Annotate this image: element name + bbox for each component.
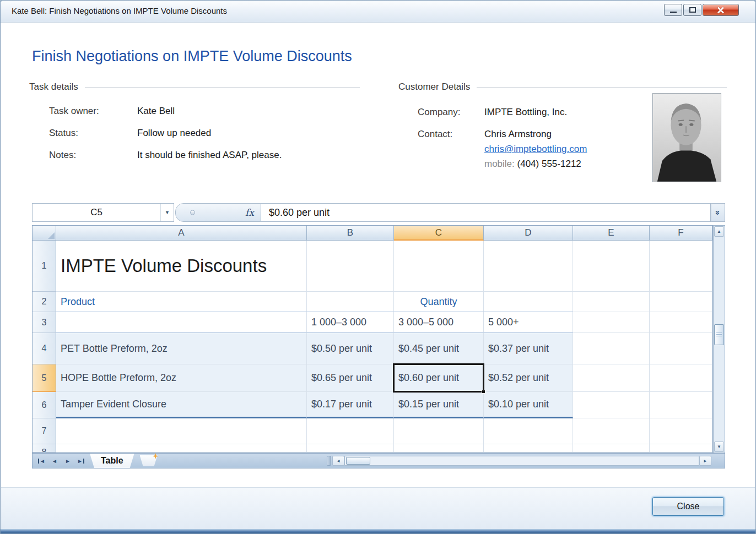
grid-cell[interactable] — [650, 444, 712, 453]
grid-cell[interactable] — [484, 241, 573, 292]
grid-cell[interactable] — [650, 364, 712, 392]
grid-cell[interactable] — [484, 418, 573, 444]
minimize-button[interactable] — [664, 4, 682, 16]
grid-cell[interactable] — [307, 418, 394, 444]
cell-a6-product[interactable]: Tamper Evident Closure — [56, 392, 307, 418]
grid-cell[interactable] — [573, 333, 650, 364]
column-header-c[interactable]: C — [394, 226, 484, 241]
cell-b6-price[interactable]: $0.17 per unit — [307, 392, 394, 418]
row-header-5[interactable]: 5 — [33, 364, 56, 392]
row-header-6[interactable]: 6 — [33, 392, 56, 418]
grid-cell[interactable] — [484, 444, 573, 453]
cell-b4-price[interactable]: $0.50 per unit — [307, 333, 394, 364]
grid-cell[interactable] — [394, 418, 484, 444]
cell-d5-price[interactable]: $0.52 per unit — [484, 364, 573, 392]
row-header-2[interactable]: 2 — [33, 292, 56, 312]
row-header-8[interactable]: 8 — [33, 444, 56, 453]
grid-cell[interactable] — [650, 333, 712, 364]
maximize-button[interactable] — [683, 4, 701, 16]
horizontal-scrollbar[interactable]: ◄ ► — [327, 455, 711, 466]
column-header-d[interactable]: D — [484, 226, 573, 241]
customer-details-section: Customer Details — [398, 81, 727, 92]
name-box-dropdown[interactable]: ▼ — [160, 204, 174, 221]
close-window-button[interactable] — [703, 4, 739, 16]
column-header-b[interactable]: B — [307, 226, 394, 241]
minimize-icon — [670, 12, 677, 13]
cell-c2-quantity-header[interactable]: Quantity — [394, 292, 484, 312]
row-header-3[interactable]: 3 — [33, 312, 56, 333]
cell-a2-product-header[interactable]: Product — [56, 292, 307, 312]
cell-a5-product[interactable]: HOPE Bottle Preform, 2oz — [56, 364, 307, 392]
grid-cell[interactable] — [650, 392, 712, 418]
cell-c4-price[interactable]: $0.45 per unit — [394, 333, 484, 364]
scroll-down-button[interactable]: ▼ — [714, 442, 724, 452]
previous-sheet-button[interactable]: ◄ — [48, 456, 61, 466]
window-title: Kate Bell: Finish Negotiations on IMPTE … — [12, 1, 227, 21]
grid-cell[interactable] — [573, 312, 650, 333]
grid-cell[interactable] — [573, 444, 650, 453]
horizontal-scroll-thumb[interactable] — [346, 457, 370, 465]
cell-d4-price[interactable]: $0.37 per unit — [484, 333, 573, 364]
row-header-7[interactable]: 7 — [33, 418, 56, 444]
formula-input[interactable]: $0.60 per unit — [261, 203, 711, 222]
scroll-left-button[interactable]: ◄ — [332, 456, 344, 466]
grid-cell[interactable] — [573, 292, 650, 312]
last-sheet-button[interactable]: ► — [74, 456, 88, 466]
first-sheet-button[interactable]: ◄ — [35, 456, 48, 466]
grid-cell[interactable] — [394, 241, 484, 292]
contact-email-link[interactable]: chris@imptebottling.com — [484, 144, 587, 154]
sheet-tab-table[interactable]: Table — [90, 454, 134, 468]
grid-cell[interactable] — [650, 418, 712, 444]
notes-value: It should be finished ASAP, please. — [137, 150, 282, 160]
row-header-4[interactable]: 4 — [33, 333, 56, 364]
cell-b3-tier1[interactable]: 1 000–3 000 — [307, 312, 394, 333]
grid-cell[interactable] — [573, 392, 650, 418]
scroll-right-button[interactable]: ► — [699, 456, 711, 466]
titlebar[interactable]: Kate Bell: Finish Negotiations on IMPTE … — [1, 1, 755, 23]
name-box[interactable]: C5 ▼ — [32, 203, 174, 222]
contact-email-row: chris@imptebottling.com — [484, 143, 587, 155]
cell-b5-price[interactable]: $0.65 per unit — [307, 364, 394, 392]
expand-formula-bar-button[interactable]: » — [711, 203, 725, 222]
column-header-f[interactable]: F — [650, 226, 712, 241]
vertical-scroll-track[interactable] — [714, 237, 725, 441]
grid-cell[interactable] — [573, 418, 650, 444]
cell-c6-price[interactable]: $0.15 per unit — [394, 392, 484, 418]
grid-cell[interactable] — [573, 241, 650, 292]
vertical-scrollbar[interactable]: ▲ ▼ — [713, 225, 725, 453]
window-bottom-border — [1, 529, 755, 533]
grid-cell[interactable] — [394, 444, 484, 453]
grid-cell[interactable] — [573, 364, 650, 392]
cell-c3-tier2[interactable]: 3 000–5 000 — [394, 312, 484, 333]
grid-cell[interactable] — [484, 292, 573, 312]
grid-cell[interactable] — [307, 444, 394, 453]
embedded-spreadsheet: C5 ▼ fx $0.60 per unit » A B — [32, 203, 725, 468]
grid-cell[interactable] — [307, 241, 394, 292]
insert-function-button[interactable]: fx — [175, 203, 261, 222]
vertical-scroll-thumb[interactable] — [714, 324, 724, 345]
grid-cell[interactable] — [650, 241, 712, 292]
next-sheet-button[interactable]: ► — [61, 456, 74, 466]
grid-cell[interactable] — [56, 444, 307, 453]
close-button[interactable]: Close — [652, 497, 724, 516]
grid-cell[interactable] — [650, 292, 712, 312]
tab-split-handle[interactable] — [327, 456, 331, 466]
insert-worksheet-button[interactable] — [140, 455, 158, 466]
scroll-up-button[interactable]: ▲ — [714, 226, 724, 237]
arrow-left-icon: ◄ — [40, 458, 45, 464]
row-header-1[interactable]: 1 — [33, 241, 56, 292]
grid-cell[interactable] — [650, 312, 712, 333]
grid-cell[interactable] — [307, 292, 394, 312]
cell-a1-title[interactable]: IMPTE Volume Discounts — [56, 241, 307, 292]
horizontal-scroll-track[interactable] — [344, 456, 699, 466]
cell-d6-price[interactable]: $0.10 per unit — [484, 392, 573, 418]
grid-cell[interactable] — [56, 312, 307, 333]
cell-d3-tier3[interactable]: 5 000+ — [484, 312, 573, 333]
select-all-corner[interactable] — [33, 226, 56, 241]
column-header-e[interactable]: E — [573, 226, 650, 241]
formula-bar: C5 ▼ fx $0.60 per unit » — [32, 203, 725, 222]
column-header-a[interactable]: A — [56, 226, 307, 241]
grid-cell[interactable] — [56, 418, 307, 444]
cell-c5-selected[interactable]: $0.60 per unit — [394, 364, 484, 392]
cell-a4-product[interactable]: PET Bottle Preform, 2oz — [56, 333, 307, 364]
